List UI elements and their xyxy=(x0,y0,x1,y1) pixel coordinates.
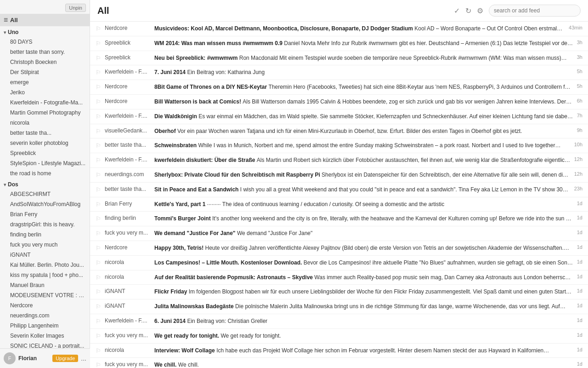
feed-time: 1d xyxy=(577,230,582,235)
feed-item[interactable]: ⚐Brian FerryKettle's Yard, part 1 ······… xyxy=(90,197,588,212)
upgrade-button[interactable]: Upgrade xyxy=(52,355,78,362)
sidebar-item[interactable]: Philipp Langenheim xyxy=(0,321,90,331)
feed-item[interactable]: ⚐Nerdcore8Bit Game of Thrones on a DIY N… xyxy=(90,80,588,95)
sidebar-item[interactable]: MODEUSEMENT VOTRE : B... xyxy=(0,290,90,300)
feed-item[interactable]: ⚐fuck you very m...We demand "Justice Fo… xyxy=(90,226,588,241)
sidebar-item[interactable]: nicorola xyxy=(0,118,90,128)
feed-item[interactable]: ⚐SpreeblickWM 2014: Was man wissen muss … xyxy=(90,36,588,51)
bookmark-icon[interactable]: ⚐ xyxy=(96,347,101,354)
feed-item[interactable]: ⚐nicorolaInterview: Wolf Collage Ich hab… xyxy=(90,344,588,358)
feed-item[interactable]: ⚐finding berlinTommi's Burger Joint It's… xyxy=(90,212,588,226)
feed-item[interactable]: ⚐fuck you very m...We chill. We chill.1d xyxy=(90,358,588,368)
more-button[interactable]: ... xyxy=(81,355,86,362)
sidebar-item[interactable]: the road is home xyxy=(0,168,90,178)
bookmark-icon[interactable]: ⚐ xyxy=(96,142,101,149)
feed-item[interactable]: ⚐Kwerfeldein - F....kwerfeldein diskutie… xyxy=(90,153,588,168)
feed-content: 7. Juni 2014 Ein Beitrag von: Katharina … xyxy=(154,69,573,76)
sidebar-item[interactable]: Christoph Boecken xyxy=(0,57,90,67)
bookmark-icon[interactable]: ⚐ xyxy=(96,215,101,222)
bookmark-icon[interactable]: ⚐ xyxy=(96,172,101,178)
bookmark-icon[interactable]: ⚐ xyxy=(96,259,101,266)
bookmark-icon[interactable]: ⚐ xyxy=(96,318,101,325)
unpin-button[interactable]: Unpin xyxy=(65,4,86,12)
sidebar-item[interactable]: Jeriko xyxy=(0,87,90,98)
sidebar-section-dos[interactable]: ▾ Dos xyxy=(0,178,90,189)
feed-item[interactable]: ⚐better taste tha...Schweinsbraten While… xyxy=(90,138,588,153)
settings-icon[interactable]: ⚙ xyxy=(477,6,483,15)
bookmark-icon[interactable]: ⚐ xyxy=(96,113,101,120)
bookmark-icon[interactable]: ⚐ xyxy=(96,245,101,252)
sidebar-item[interactable]: Manuel Braun xyxy=(0,280,90,290)
bookmark-icon[interactable]: ⚐ xyxy=(96,40,101,47)
feed-time: 1d xyxy=(577,259,582,264)
sidebar-item[interactable]: 80 DAYS xyxy=(0,37,90,47)
feed-item[interactable]: ⚐nicorolaLos Campesinos! – Little Mouth.… xyxy=(90,256,588,270)
sidebar-item[interactable]: dragstripGirl: this is heavy. xyxy=(0,219,90,230)
feed-item[interactable]: ⚐Kwerfeldein - F....Die Waldkönigin Es w… xyxy=(90,109,588,124)
sidebar-item[interactable]: better taste tha... xyxy=(0,128,90,138)
feed-item[interactable]: ⚐visuelleGedank...Oberhof Vor ein paar W… xyxy=(90,124,588,139)
sidebar-item[interactable]: iGNANT xyxy=(0,250,90,260)
bookmark-icon[interactable]: ⚐ xyxy=(96,333,101,339)
bookmark-icon[interactable]: ⚐ xyxy=(96,128,101,135)
bookmark-icon[interactable]: ⚐ xyxy=(96,288,101,295)
search-input[interactable] xyxy=(489,5,581,17)
sidebar-section-uno[interactable]: ▾ Uno xyxy=(0,26,90,37)
feed-item[interactable]: ⚐Kwerfeldein - F....6. Juni 2014 Ein Bei… xyxy=(90,314,588,329)
feed-time: 43min xyxy=(569,25,582,30)
bookmark-icon[interactable]: ⚐ xyxy=(96,274,101,281)
check-all-icon[interactable]: ✓ xyxy=(454,6,460,15)
sidebar-item[interactable]: Brian Ferry xyxy=(0,209,90,219)
sidebar-item[interactable]: neuerdings.com xyxy=(0,310,90,321)
feed-source: Brian Ferry xyxy=(105,201,151,207)
bookmark-icon[interactable]: ⚐ xyxy=(96,84,101,91)
sidebar-item[interactable]: Der Stilpirat xyxy=(0,67,90,77)
feed-time: 1d xyxy=(577,332,582,338)
feed-item[interactable]: ⚐Kwerfeldein - F....7. Juni 2014 Ein Bei… xyxy=(90,65,588,80)
feed-item[interactable]: ⚐NerdcoreHappy 30th, Tetris! Heute vor d… xyxy=(90,241,588,256)
main-content: All ✓ ↻ ⚙ ⚐NerdcoreMusicvideos: Kool AD,… xyxy=(90,0,588,368)
sidebar-item[interactable]: better taste than sorry. xyxy=(0,47,90,57)
feed-item[interactable]: ⚐fuck you very m...We get ready for toni… xyxy=(90,329,588,344)
sidebar-item[interactable]: AndSoIWatchYouFromABlog xyxy=(0,199,90,209)
sidebar-item[interactable]: kiss my spatula | food + pho... xyxy=(0,270,90,280)
page-title: All xyxy=(97,6,449,16)
feed-item[interactable]: ⚐NerdcoreBill Watterson is back at Comic… xyxy=(90,95,588,109)
sidebar-item[interactable]: Nerdcore xyxy=(0,300,90,310)
sidebar-item[interactable]: emerge xyxy=(0,77,90,87)
sidebar-item[interactable]: Severin Koller Images xyxy=(0,331,90,341)
feed-item[interactable]: ⚐better taste tha...Sit in Peace and Eat… xyxy=(90,183,588,197)
sidebar-item[interactable]: Spreeblick xyxy=(0,148,90,158)
bookmark-icon[interactable]: ⚐ xyxy=(96,69,101,76)
sidebar-item[interactable]: finding berlin xyxy=(0,230,90,240)
feed-item[interactable]: ⚐SpreeblickNeu bei Spreeblick: #wmwmwm R… xyxy=(90,51,588,66)
bookmark-icon[interactable]: ⚐ xyxy=(96,362,101,368)
sidebar-item-all[interactable]: ☰ All xyxy=(0,14,90,26)
bookmark-icon[interactable]: ⚐ xyxy=(96,186,101,193)
feed-content: Happy 30th, Tetris! Heute vor dreißig Ja… xyxy=(154,244,573,252)
sidebar-item[interactable]: severin koller photoblog xyxy=(0,138,90,148)
bookmark-icon[interactable]: ⚐ xyxy=(96,157,101,164)
feed-content: 8Bit Game of Thrones on a DIY NES-Keytar… xyxy=(154,83,573,91)
sidebar-item[interactable]: fuck you very much xyxy=(0,240,90,250)
bookmark-icon[interactable]: ⚐ xyxy=(96,201,101,208)
bookmark-icon[interactable]: ⚐ xyxy=(96,55,101,62)
bookmark-icon[interactable]: ⚐ xyxy=(96,25,101,32)
feed-source: Spreeblick xyxy=(105,40,151,46)
feed-item[interactable]: ⚐iGNANTJulita Malinowskas Badegäste Die … xyxy=(90,299,588,314)
feed-item[interactable]: ⚐nicorolaAuf der Realität basierende Pop… xyxy=(90,270,588,285)
sidebar-item[interactable]: Martin Gommel Photography xyxy=(0,108,90,118)
sidebar-item[interactable]: StyleSpion - Lifestyle Magazi... xyxy=(0,158,90,168)
sidebar-item[interactable]: ABGESCHIRMT xyxy=(0,189,90,199)
sidebar-item[interactable]: Kai Müller. Berlin. Photo Jou... xyxy=(0,260,90,270)
feed-item[interactable]: ⚐NerdcoreMusicvideos: Kool AD, Marcel De… xyxy=(90,22,588,36)
sidebar-item[interactable]: Kwerfeldein - Fotografie-Ma... xyxy=(0,98,90,108)
bookmark-icon[interactable]: ⚐ xyxy=(96,230,101,237)
bookmark-icon[interactable]: ⚐ xyxy=(96,98,101,105)
feed-item[interactable]: ⚐neuerdings.comSherlybox: Private Cloud … xyxy=(90,168,588,183)
bookmark-icon[interactable]: ⚐ xyxy=(96,303,101,310)
refresh-icon[interactable]: ↻ xyxy=(465,6,471,15)
feed-content: Tommi's Burger Joint It's another long w… xyxy=(154,215,573,223)
feed-source: Nerdcore xyxy=(105,25,151,31)
feed-item[interactable]: ⚐iGNANTFlickr Friday Im folgenden Blogpo… xyxy=(90,285,588,299)
